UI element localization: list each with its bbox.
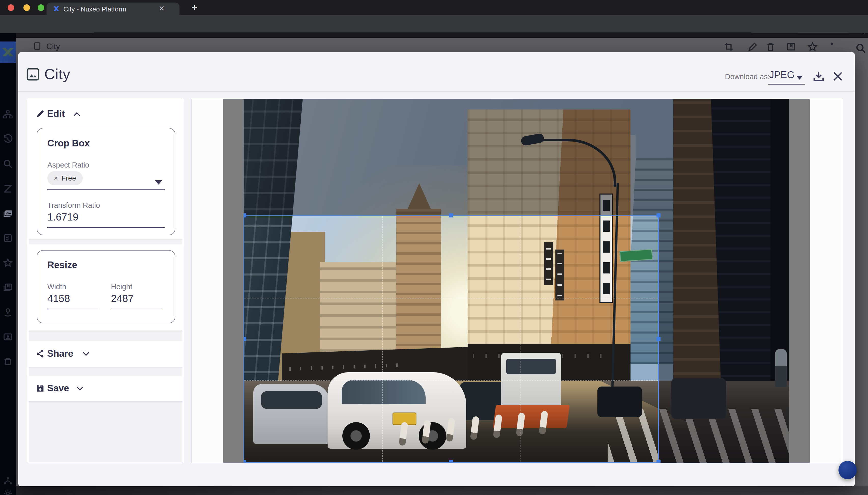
resize-card: Resize Width 4158 Height 2487 [37,250,175,323]
window-zoom-button[interactable] [38,4,44,11]
crop-handle-nw[interactable] [244,214,246,218]
sidebar-item-personal-space[interactable] [3,307,13,317]
aspect-ratio-chip[interactable]: × Free [47,171,83,185]
dialog-header: City Download as: JPEG [18,52,855,91]
crop-box-title: Crop Box [47,138,90,149]
sidebar-item-favorites[interactable] [3,258,13,268]
page-breadcrumb: City [46,42,60,51]
crop-handle-se[interactable] [657,460,661,463]
delete-icon[interactable] [765,41,776,52]
crop-handle-w[interactable] [244,337,246,341]
width-input[interactable]: 4158 [47,293,70,304]
crop-shade-right [659,216,789,463]
chip-label: Free [62,174,76,182]
download-format-select[interactable]: JPEG [769,69,795,81]
sidebar-item-pending[interactable] [3,184,13,194]
chip-remove-icon[interactable]: × [54,174,58,182]
sidebar-item-tasks[interactable] [3,233,13,243]
height-input[interactable]: 2487 [111,293,134,304]
save-floppy-icon [35,383,45,393]
sidebar-item-browse-tree[interactable] [3,109,13,120]
header-divider [18,91,855,92]
picture-icon [25,67,40,82]
image-edit-dialog: City Download as: JPEG Edit Crop Box Asp… [18,52,855,487]
edit-section: Edit Crop Box Aspect Ratio × Free Transf… [28,99,183,239]
save-section[interactable]: Save [28,376,183,401]
crop-handle-e[interactable] [657,337,661,341]
edit-section-label[interactable]: Edit [47,108,65,119]
tab-close-icon[interactable]: ✕ [158,5,165,12]
sidebar-item-settings-gear[interactable] [3,489,13,495]
transform-ratio-input[interactable]: 1.6719 [47,211,79,223]
compare-icon[interactable] [724,41,734,52]
sidebar-item-logo[interactable] [0,41,16,63]
new-tab-button[interactable]: + [190,3,198,12]
sidebar-item-search[interactable] [3,159,13,169]
share-section[interactable]: Share [28,341,183,367]
image-viewer-panel [191,99,842,463]
resize-section: Resize Width 4158 Height 2487 [28,244,183,330]
viewer-background [223,99,810,463]
sidebar-item-history[interactable] [3,134,13,144]
share-section-label[interactable]: Share [47,348,73,359]
edit-side-panel: Edit Crop Box Aspect Ratio × Free Transf… [28,99,183,463]
city-photo [244,99,789,463]
screen: City - Nuxeo Platform ✕ + platform-nmm-p… [0,0,868,495]
transform-ratio-label: Transform Ratio [47,201,100,209]
app-sidebar [0,33,16,495]
height-label: Height [111,283,132,291]
nuxeo-logo-icon [1,47,14,57]
browser-tab[interactable]: City - Nuxeo Platform ✕ [47,2,179,15]
width-label: Width [47,283,66,291]
nuxeo-favicon-icon [53,5,60,12]
window-minimize-button[interactable] [23,4,30,11]
close-icon[interactable] [832,70,844,82]
aspect-ratio-underline [47,189,165,190]
aspect-ratio-label: Aspect Ratio [47,161,89,169]
download-as-label: Download as: [725,72,770,81]
download-icon[interactable] [812,70,825,83]
sidebar-item-admin[interactable] [3,476,13,486]
assistant-fab-button[interactable] [838,461,857,479]
document-breadcrumb-icon [33,41,42,51]
page-search-icon[interactable] [855,43,867,54]
sidebar-item-collections[interactable] [3,283,13,293]
crop-box-card: Crop Box Aspect Ratio × Free Transform R… [37,128,175,235]
crop-selection-box[interactable] [244,216,659,463]
sidebar-item-assets[interactable] [3,208,13,219]
save-section-label[interactable]: Save [47,383,69,394]
browser-tab-strip: City - Nuxeo Platform ✕ + [0,0,868,15]
chevron-up-icon[interactable] [73,112,81,117]
dialog-title: City [44,65,70,83]
format-underline [768,84,805,85]
crop-handle-n[interactable] [449,214,453,218]
share-icon [35,349,45,359]
chevron-down-icon[interactable] [82,352,90,357]
crop-shade-top [244,99,789,216]
edit-pen-icon[interactable] [747,41,758,52]
more-menu-icon[interactable] [830,41,833,52]
format-caret-icon[interactable] [796,75,803,80]
favorite-icon[interactable] [807,41,818,52]
width-underline [47,309,98,309]
sidebar-item-profile[interactable] [3,332,13,342]
resize-title: Resize [47,260,77,270]
browser-toolbar: platform-nmm-pr-29-preview.platform.dev.… [0,15,868,33]
aspect-ratio-dropdown-caret[interactable] [155,180,162,185]
chrome-bottom-edge [0,33,868,38]
sidebar-item-trash[interactable] [3,357,13,367]
page-bottom-strip [0,487,868,495]
crop-handle-sw[interactable] [244,460,246,463]
transform-ratio-underline [47,227,165,228]
crop-handle-ne[interactable] [657,214,661,218]
crop-handle-s[interactable] [449,460,453,463]
window-close-button[interactable] [7,4,14,11]
tab-title: City - Nuxeo Platform [63,5,126,13]
pencil-icon [35,109,45,119]
collections-icon[interactable] [786,41,797,52]
chevron-down-icon[interactable] [76,386,84,391]
height-underline [111,309,162,309]
